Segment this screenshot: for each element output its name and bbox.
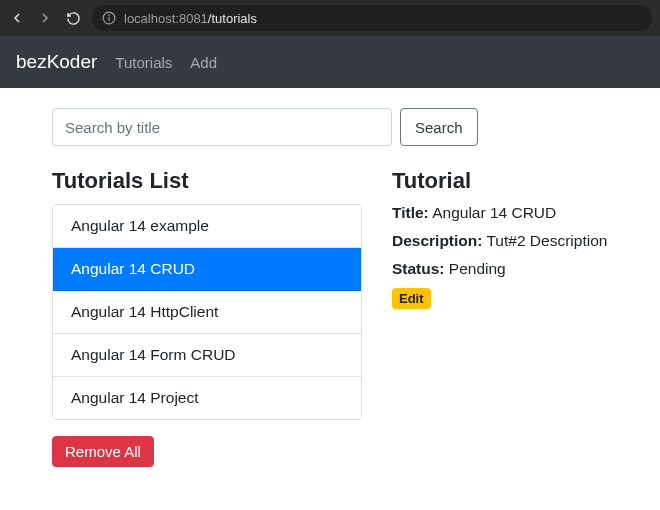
- list-item[interactable]: Angular 14 Form CRUD: [53, 334, 361, 377]
- nav-link-tutorials[interactable]: Tutorials: [115, 54, 172, 71]
- detail-description-row: Description: Tut#2 Description: [392, 232, 608, 250]
- list-item[interactable]: Angular 14 HttpClient: [53, 291, 361, 334]
- svg-point-2: [109, 15, 110, 16]
- list-item[interactable]: Angular 14 CRUD: [53, 248, 361, 291]
- reload-icon[interactable]: [64, 9, 82, 27]
- navbar: bezKoder Tutorials Add: [0, 36, 660, 88]
- back-icon[interactable]: [8, 9, 26, 27]
- forward-icon[interactable]: [36, 9, 54, 27]
- detail-description-label: Description:: [392, 232, 482, 249]
- detail-title-label: Title:: [392, 204, 429, 221]
- main-container: Search Tutorials List Angular 14 example…: [0, 88, 660, 487]
- brand-link[interactable]: bezKoder: [16, 51, 97, 73]
- browser-chrome: localhost:8081/tutorials: [0, 0, 660, 36]
- detail-title-row: Title: Angular 14 CRUD: [392, 204, 608, 222]
- tutorials-list: Angular 14 exampleAngular 14 CRUDAngular…: [52, 204, 362, 420]
- edit-button[interactable]: Edit: [392, 288, 431, 309]
- address-bar[interactable]: localhost:8081/tutorials: [92, 5, 652, 31]
- detail-title-value: Angular 14 CRUD: [432, 204, 556, 221]
- list-item[interactable]: Angular 14 Project: [53, 377, 361, 419]
- search-button[interactable]: Search: [400, 108, 478, 146]
- remove-all-button[interactable]: Remove All: [52, 436, 154, 467]
- search-input[interactable]: [52, 108, 392, 146]
- tutorial-detail-column: Tutorial Title: Angular 14 CRUD Descript…: [392, 168, 608, 467]
- url-text: localhost:8081/tutorials: [124, 11, 257, 26]
- detail-status-label: Status:: [392, 260, 445, 277]
- site-info-icon[interactable]: [102, 11, 116, 25]
- detail-heading: Tutorial: [392, 168, 608, 194]
- list-item[interactable]: Angular 14 example: [53, 205, 361, 248]
- detail-description-value: Tut#2 Description: [486, 232, 607, 249]
- detail-status-row: Status: Pending: [392, 260, 608, 278]
- list-heading: Tutorials List: [52, 168, 362, 194]
- nav-link-add[interactable]: Add: [190, 54, 217, 71]
- tutorials-list-column: Tutorials List Angular 14 exampleAngular…: [52, 168, 362, 467]
- search-row: Search: [52, 108, 608, 146]
- detail-status-value: Pending: [449, 260, 506, 277]
